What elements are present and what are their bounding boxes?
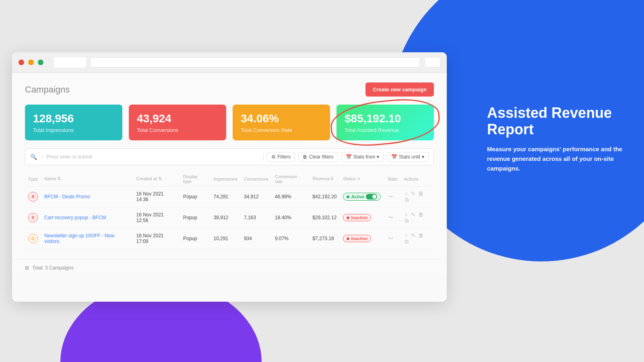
maximize-button-icon[interactable] <box>38 60 43 65</box>
cell-status: Inactive <box>340 207 384 228</box>
cell-conversion-rate: 9.07% <box>272 228 309 249</box>
minimize-button-icon[interactable] <box>28 60 34 65</box>
col-conversion-rate: Conversion rate <box>272 172 309 187</box>
cell-revenue: $42,192.20 <box>309 186 340 207</box>
cell-conversions: 7,163 <box>241 207 272 228</box>
campaign-name[interactable]: Cart recovery popup - BFCM <box>44 215 106 220</box>
col-name[interactable]: Name ⇅ <box>41 172 133 187</box>
create-campaign-button[interactable]: Create new campaign <box>365 82 434 97</box>
status-badge-active[interactable]: Active <box>343 193 381 201</box>
cell-stats: 〜 <box>384 186 400 207</box>
view-icon[interactable]: ○ <box>405 212 408 218</box>
col-revenue: Revenue ℹ <box>309 172 340 187</box>
cell-status: Inactive <box>340 228 384 249</box>
cell-type: R <box>25 186 41 207</box>
browser-toolbar <box>12 52 447 73</box>
cell-type: O <box>25 228 41 249</box>
stats-until-label: Stats until <box>399 154 420 160</box>
stat-card-impressions: 128,956 Total Impressions <box>25 105 122 140</box>
cell-status: Active <box>340 186 384 207</box>
cell-impressions: 38,912 <box>211 207 241 228</box>
calendar-until-icon: 📅 <box>391 154 397 160</box>
campaign-name[interactable]: Newsletter sign up 10OFF - New visitors <box>44 233 114 244</box>
cell-created: 16 Nov 2021 12:56 <box>133 207 180 228</box>
delete-icon[interactable]: 🗑 <box>418 191 423 197</box>
table-icon: ⊞ <box>25 265 29 271</box>
filter-bar: 🔍 ← Press enter to submit ⚙ Filters 🗑 Cl… <box>25 148 434 165</box>
edit-icon[interactable]: ✎ <box>411 212 415 218</box>
stats-from-label: Stats from <box>353 154 376 160</box>
stats-chart-icon[interactable]: 〜 <box>388 193 393 200</box>
chevron-down-until-icon: ▾ <box>422 154 424 160</box>
stat-card-conversion-rate: 34.06% Total Conversion Rate <box>233 105 330 140</box>
view-icon[interactable]: ○ <box>405 232 408 239</box>
toggle-active[interactable] <box>366 194 377 200</box>
status-badge-inactive[interactable]: Inactive <box>343 214 371 221</box>
cell-actions: ○ ✎ 🗑 ⧉ <box>401 207 434 228</box>
stat-value-conversion-rate: 34.06% <box>241 112 322 125</box>
copy-icon[interactable]: ⧉ <box>405 197 409 203</box>
cell-created: 16 Nov 2021 14:36 <box>133 186 180 207</box>
delete-icon[interactable]: 🗑 <box>418 232 423 239</box>
cell-display-type: Popup <box>180 207 211 228</box>
stats-from-button[interactable]: 📅 Stats from ▾ <box>341 152 384 162</box>
cell-actions: ○ ✎ 🗑 ⧉ <box>401 186 434 207</box>
browser-window: Campaigns Create new campaign 128,956 To… <box>12 52 447 302</box>
stat-card-conversions: 43,924 Total Conversions <box>129 105 226 140</box>
stats-chart-icon[interactable]: 〜 <box>388 214 393 220</box>
search-hint: ← Press enter to submit <box>40 154 260 160</box>
filter-divider <box>263 153 264 161</box>
filters-button[interactable]: ⚙ Filters <box>267 152 295 162</box>
col-type: Type <box>25 172 41 187</box>
campaign-name[interactable]: BFCM - Deals Promo <box>44 194 90 200</box>
cell-conversions: 934 <box>241 228 272 249</box>
table-row: R BFCM - Deals Promo 16 Nov 2021 14:36 P… <box>25 186 434 207</box>
cell-created: 16 Nov 2021 17:09 <box>133 228 180 249</box>
close-button-icon[interactable] <box>19 60 24 65</box>
right-panel-description: Measure your campaigns' performance and … <box>487 144 624 173</box>
cell-name: BFCM - Deals Promo <box>41 186 133 207</box>
address-bar[interactable] <box>90 57 420 68</box>
view-icon[interactable]: ○ <box>405 191 408 197</box>
col-status[interactable]: Status ∨ <box>340 172 384 187</box>
search-icon: 🔍 <box>30 154 37 160</box>
type-badge: O <box>28 234 38 243</box>
filters-label: Filters <box>277 154 291 160</box>
delete-icon[interactable]: 🗑 <box>418 212 423 218</box>
stats-until-button[interactable]: 📅 Stats until ▾ <box>387 152 429 162</box>
cell-stats: 〜 <box>384 228 400 249</box>
clear-filters-button[interactable]: 🗑 Clear filters <box>298 152 338 162</box>
stat-label-conversion-rate: Total Conversion Rate <box>241 127 322 133</box>
cell-conversion-rate: 18.40% <box>272 207 309 228</box>
page-title: Campaigns <box>25 84 70 95</box>
stat-value-impressions: 128,956 <box>33 112 114 125</box>
page-content: Campaigns Create new campaign 128,956 To… <box>12 73 447 259</box>
cell-conversion-rate: 46.99% <box>272 186 309 207</box>
browser-action-button[interactable] <box>424 57 440 68</box>
right-panel-title: Assisted Revenue Report <box>487 105 624 138</box>
stats-row: 128,956 Total Impressions 43,924 Total C… <box>25 105 434 140</box>
col-display-type: Display type <box>180 172 211 187</box>
calendar-from-icon: 📅 <box>346 154 352 160</box>
edit-icon[interactable]: ✎ <box>411 191 415 197</box>
cell-stats: 〜 <box>384 207 400 228</box>
cell-type: R <box>25 207 41 228</box>
stats-chart-icon[interactable]: 〜 <box>388 235 393 241</box>
copy-icon[interactable]: ⧉ <box>405 218 409 224</box>
cell-display-type: Popup <box>180 186 211 207</box>
right-panel: Assisted Revenue Report Measure your cam… <box>487 105 624 173</box>
edit-icon[interactable]: ✎ <box>411 232 415 239</box>
campaigns-table: Type Name ⇅ Created at ⇅ Display type Im… <box>25 172 434 249</box>
stat-label-conversions: Total Conversions <box>137 127 218 133</box>
col-created[interactable]: Created at ⇅ <box>133 172 180 187</box>
copy-icon[interactable]: ⧉ <box>405 239 409 245</box>
status-badge-inactive[interactable]: Inactive <box>343 235 371 242</box>
table-row: O Newsletter sign up 10OFF - New visitor… <box>25 228 434 249</box>
stat-value-conversions: 43,924 <box>137 112 218 125</box>
browser-tab-1[interactable] <box>54 57 86 68</box>
col-actions: Actions <box>401 172 434 187</box>
filter-icon: ⚙ <box>271 154 276 160</box>
cell-conversions: 34,912 <box>241 186 272 207</box>
cell-name: Cart recovery popup - BFCM <box>41 207 133 228</box>
cell-impressions: 10,291 <box>211 228 241 249</box>
